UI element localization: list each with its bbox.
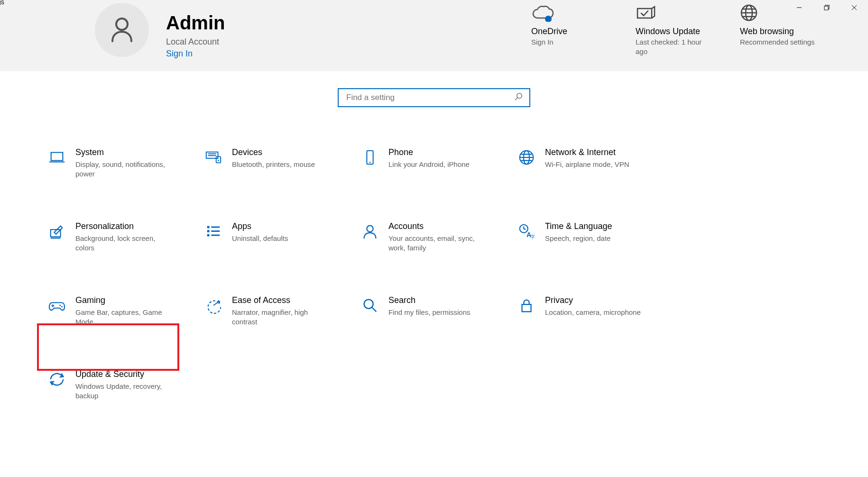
category-apps[interactable]: Apps Uninstall, defaults [199,217,351,257]
list-icon [203,221,223,241]
svg-rect-2 [824,6,828,10]
category-desc: Find my files, permissions [388,308,471,317]
account-banner: Admin Local Account Sign In OneDrive Sig… [0,0,868,71]
clock-language-icon: A 字 [517,221,536,241]
category-system[interactable]: System Display, sound, notifications, po… [43,143,194,183]
status-card-windows-update[interactable]: Windows Update Last checked: 1 hour ago [636,3,711,57]
user-silhouette-icon [107,14,137,46]
category-search[interactable]: Search Find my files, permissions [356,291,508,331]
search-icon [514,92,523,103]
status-card-subtitle: Sign In [531,37,607,47]
minimize-button[interactable] [785,0,813,15]
category-desc: Bluetooth, printers, mouse [232,160,315,169]
category-desc: Link your Android, iPhone [388,160,470,169]
svg-point-38 [364,300,373,309]
window-controls [785,0,868,15]
category-privacy[interactable]: Privacy Location, camera, microphone [512,291,664,331]
svg-rect-12 [51,153,63,161]
status-card-title: OneDrive [531,27,607,37]
status-card-subtitle: Recommended settings [740,37,816,47]
category-time-language[interactable]: A 字 Time & Language Speech, region, date [512,217,664,257]
account-type: Local Account [166,37,225,47]
category-title: Network & Internet [545,147,629,158]
user-name: Admin [166,13,225,32]
category-desc: Uninstall, defaults [232,234,288,243]
svg-point-6 [545,16,552,22]
globe-icon [517,147,536,167]
svg-rect-17 [216,156,221,163]
maximize-button[interactable] [813,0,840,15]
category-title: Accounts [388,221,488,232]
category-title: Phone [388,147,470,158]
category-title: Ease of Access [232,295,332,306]
close-button[interactable] [840,0,868,15]
category-network[interactable]: Network & Internet Wi-Fi, airplane mode,… [512,143,664,183]
category-desc: Location, camera, microphone [545,308,641,317]
category-title: Privacy [545,295,641,306]
category-title: System [75,147,175,158]
window-title-fragment: gs [0,0,4,6]
person-icon [360,221,380,241]
paint-icon [47,221,67,241]
category-update-security[interactable]: Update & Security Windows Update, recove… [43,365,194,405]
category-devices[interactable]: Devices Bluetooth, printers, mouse [199,143,351,183]
laptop-icon [47,147,67,167]
category-title: Gaming [75,295,175,306]
phone-icon [360,147,380,167]
gamepad-icon [47,295,67,315]
category-desc: Game Bar, captures, Game Mode [75,308,175,327]
svg-point-18 [218,160,219,161]
category-title: Personalization [75,221,175,232]
category-grid: System Display, sound, notifications, po… [43,143,664,405]
svg-text:字: 字 [530,234,535,239]
sync-icon [47,369,67,389]
avatar [95,3,149,57]
category-desc: Your accounts, email, sync, work, family [388,234,488,253]
sign-in-link[interactable]: Sign In [166,49,225,59]
category-desc: Background, lock screen, colors [75,234,175,253]
svg-rect-40 [522,304,531,312]
update-badge-icon [636,3,711,22]
category-title: Time & Language [545,221,612,232]
status-card-onedrive[interactable]: OneDrive Sign In [531,3,607,57]
svg-rect-28 [207,234,210,237]
status-card-subtitle: Last checked: 1 hour ago [636,37,711,57]
category-desc: Narrator, magnifier, high contrast [232,308,332,327]
category-desc: Display, sound, notifications, power [75,160,175,179]
svg-point-5 [116,18,128,30]
svg-rect-26 [207,226,210,229]
svg-point-36 [59,305,61,306]
svg-line-39 [372,308,377,312]
search-icon [360,295,380,315]
category-gaming[interactable]: Gaming Game Bar, captures, Game Mode [43,291,194,331]
category-desc: Wi-Fi, airplane mode, VPN [545,160,629,169]
svg-line-11 [515,98,517,100]
keyboard-icon [203,147,223,167]
category-ease-of-access[interactable]: Ease of Access Narrator, magnifier, high… [199,291,351,331]
category-desc: Windows Update, recovery, backup [75,382,175,401]
category-title: Update & Security [75,369,175,380]
lock-icon [517,295,536,315]
category-phone[interactable]: Phone Link your Android, iPhone [356,143,508,183]
category-title: Devices [232,147,315,158]
category-accounts[interactable]: Accounts Your accounts, email, sync, wor… [356,217,508,257]
accessibility-icon [203,295,223,315]
svg-rect-27 [207,230,210,232]
svg-point-37 [61,306,63,308]
search-input[interactable] [345,92,514,103]
category-title: Apps [232,221,288,232]
svg-point-20 [369,162,371,163]
onedrive-icon [531,3,607,22]
search-box[interactable] [338,88,530,107]
svg-point-10 [517,93,522,98]
category-personalization[interactable]: Personalization Background, lock screen,… [43,217,194,257]
status-card-title: Web browsing [740,27,816,37]
category-title: Search [388,295,471,306]
category-desc: Speech, region, date [545,234,612,243]
status-card-title: Windows Update [636,27,711,37]
svg-point-32 [367,226,373,232]
